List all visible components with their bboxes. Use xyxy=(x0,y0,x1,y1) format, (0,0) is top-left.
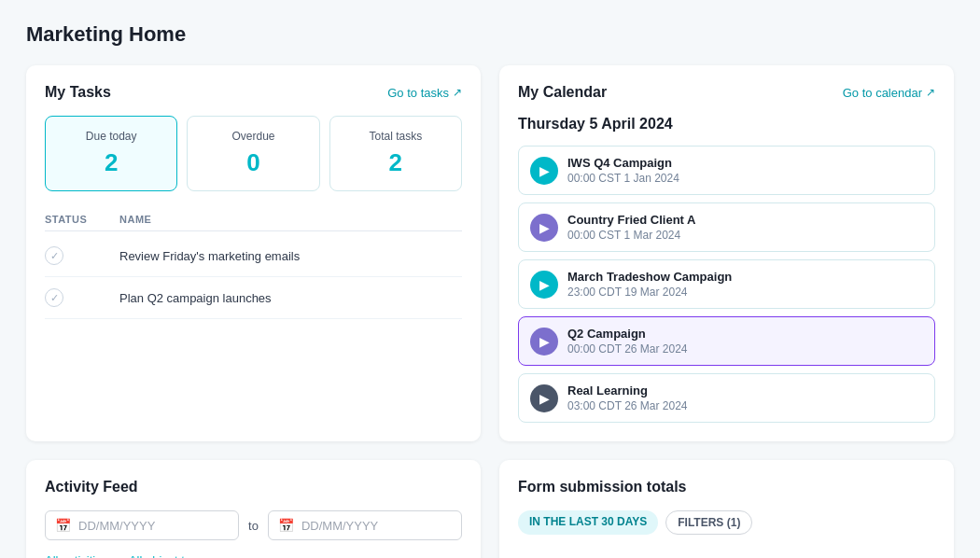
stat-due-today-value: 2 xyxy=(55,148,167,177)
date-to-input[interactable]: 📅 DD/MM/YYYY xyxy=(268,510,462,540)
all-activities-button[interactable]: All activities ▾ xyxy=(45,553,118,558)
event-title-4: Q2 Campaign xyxy=(567,327,688,341)
tasks-header: My Tasks Go to tasks ↗ xyxy=(45,84,462,101)
event-title-1: IWS Q4 Campaign xyxy=(567,156,679,170)
stat-total-value: 2 xyxy=(340,148,452,177)
go-to-tasks-link[interactable]: Go to tasks ↗ xyxy=(387,86,462,100)
event-icon-purple-2: ▶ xyxy=(530,328,558,356)
stat-total-tasks[interactable]: Total tasks 2 xyxy=(329,116,462,191)
my-tasks-card: My Tasks Go to tasks ↗ Due today 2 Overd… xyxy=(26,65,481,441)
external-link-icon: ↗ xyxy=(453,86,462,99)
form-table-header: FORM ▼ FORM TYPE xyxy=(518,550,935,558)
tasks-table-header: STATUS NAME xyxy=(45,208,462,231)
form-submission-card: Form submission totals IN THE LAST 30 DA… xyxy=(499,460,954,558)
event-icon-teal-2: ▶ xyxy=(530,271,558,299)
event-icon-teal: ▶ xyxy=(530,157,558,185)
event-info-2: Country Fried Client A 00:00 CST 1 Mar 2… xyxy=(567,213,695,242)
calendar-external-link-icon: ↗ xyxy=(926,86,935,99)
event-time-3: 23:00 CDT 19 Mar 2024 xyxy=(567,286,732,299)
event-icon-purple-1: ▶ xyxy=(530,214,558,242)
event-title-3: March Tradeshow Campaign xyxy=(567,270,732,284)
calendar-from-icon: 📅 xyxy=(55,518,71,533)
col-name: NAME xyxy=(119,214,462,225)
go-to-calendar-link[interactable]: Go to calendar ↗ xyxy=(843,86,935,100)
stat-overdue-value: 0 xyxy=(197,148,309,177)
event-info-4: Q2 Campaign 00:00 CDT 26 Mar 2024 xyxy=(567,327,688,356)
task-check-2[interactable]: ✓ xyxy=(45,288,63,307)
tasks-title: My Tasks xyxy=(45,84,111,101)
all-object-types-button[interactable]: All object types ▾ xyxy=(129,553,219,558)
form-submission-header: Form submission totals xyxy=(518,479,935,495)
stat-due-today-label: Due today xyxy=(55,130,167,143)
stat-overdue-label: Overdue xyxy=(197,130,309,143)
date-from-placeholder: DD/MM/YYYY xyxy=(78,519,155,533)
calendar-header: My Calendar Go to calendar ↗ xyxy=(518,84,935,101)
calendar-title: My Calendar xyxy=(518,84,607,101)
date-to-placeholder: DD/MM/YYYY xyxy=(301,519,378,533)
event-time-4: 00:00 CDT 26 Mar 2024 xyxy=(567,342,688,356)
event-title-2: Country Fried Client A xyxy=(567,213,695,227)
event-item[interactable]: ▶ March Tradeshow Campaign 23:00 CDT 19 … xyxy=(518,259,935,309)
date-range-row: 📅 DD/MM/YYYY to 📅 DD/MM/YYYY xyxy=(45,510,462,540)
activity-header: Activity Feed xyxy=(45,479,462,495)
event-item[interactable]: ▶ IWS Q4 Campaign 00:00 CST 1 Jan 2024 xyxy=(518,146,935,195)
activity-title: Activity Feed xyxy=(45,479,138,495)
date-from-input[interactable]: 📅 DD/MM/YYYY xyxy=(45,510,239,540)
calendar-events: ▶ IWS Q4 Campaign 00:00 CST 1 Jan 2024 ▶… xyxy=(518,146,935,423)
page-wrapper: Marketing Home My Tasks Go to tasks ↗ Du… xyxy=(0,0,980,558)
calendar-date: Thursday 5 April 2024 xyxy=(518,116,935,133)
my-calendar-card: My Calendar Go to calendar ↗ Thursday 5 … xyxy=(499,65,954,441)
calendar-to-icon: 📅 xyxy=(278,518,294,533)
badge-row: IN THE LAST 30 DAYS FILTERS (1) xyxy=(518,510,935,535)
col-status: STATUS xyxy=(45,214,119,225)
task-name-2: Plan Q2 campaign launches xyxy=(119,291,462,305)
event-time-5: 03:00 CDT 26 Mar 2024 xyxy=(567,399,688,412)
event-item-highlighted[interactable]: ▶ Q2 Campaign 00:00 CDT 26 Mar 2024 xyxy=(518,316,935,366)
event-info-5: Real Learning 03:00 CDT 26 Mar 2024 xyxy=(567,384,688,412)
main-grid: My Tasks Go to tasks ↗ Due today 2 Overd… xyxy=(26,65,954,558)
task-check-1[interactable]: ✓ xyxy=(45,246,63,265)
table-row: ✓ Review Friday's marketing emails xyxy=(45,235,462,277)
stat-due-today[interactable]: Due today 2 xyxy=(45,116,177,191)
event-title-5: Real Learning xyxy=(567,384,688,398)
event-item[interactable]: ▶ Country Fried Client A 00:00 CST 1 Mar… xyxy=(518,202,935,252)
event-time-2: 00:00 CST 1 Mar 2024 xyxy=(567,229,695,242)
task-name-1: Review Friday's marketing emails xyxy=(119,249,462,263)
event-info-3: March Tradeshow Campaign 23:00 CDT 19 Ma… xyxy=(567,270,732,299)
stat-total-label: Total tasks xyxy=(340,130,452,143)
form-submission-title: Form submission totals xyxy=(518,479,686,495)
event-item[interactable]: ▶ Real Learning 03:00 CDT 26 Mar 2024 xyxy=(518,373,935,423)
event-icon-dark: ▶ xyxy=(530,384,558,412)
filter-row: All activities ▾ All object types ▾ xyxy=(45,553,462,558)
badge-filters[interactable]: FILTERS (1) xyxy=(665,510,752,535)
table-row: ✓ Plan Q2 campaign launches xyxy=(45,277,462,319)
activity-feed-card: Activity Feed 📅 DD/MM/YYYY to 📅 DD/MM/YY… xyxy=(26,460,481,558)
tasks-stats: Due today 2 Overdue 0 Total tasks 2 xyxy=(45,116,462,191)
page-title: Marketing Home xyxy=(26,22,954,47)
date-range-to: to xyxy=(248,519,259,533)
badge-30-days[interactable]: IN THE LAST 30 DAYS xyxy=(518,510,658,535)
event-time-1: 00:00 CST 1 Jan 2024 xyxy=(567,172,679,185)
stat-overdue[interactable]: Overdue 0 xyxy=(187,116,319,191)
event-info-1: IWS Q4 Campaign 00:00 CST 1 Jan 2024 xyxy=(567,156,679,185)
